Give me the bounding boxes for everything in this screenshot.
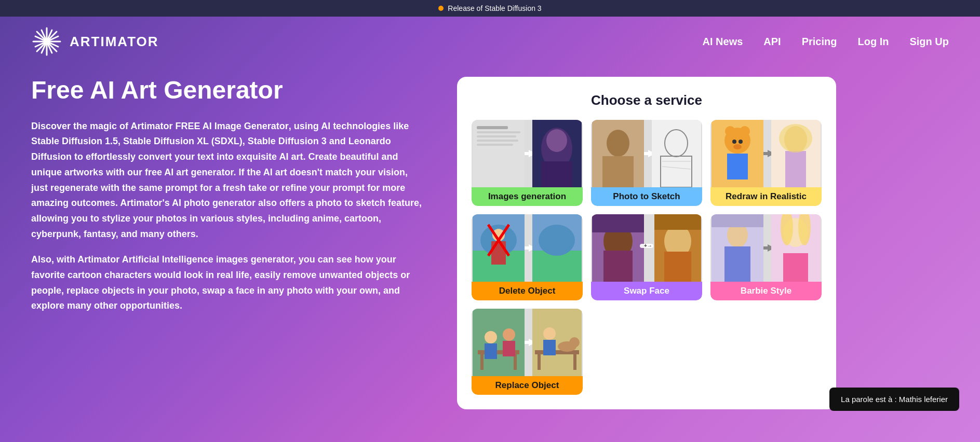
svg-rect-69 bbox=[724, 246, 750, 282]
nav-log-in[interactable]: Log In bbox=[857, 36, 889, 48]
svg-rect-81 bbox=[514, 354, 517, 370]
service-label-redraw-in-realistic: Redraw in Realistic bbox=[710, 187, 822, 206]
main-content: Free AI Art Generator Discover the magic… bbox=[0, 66, 980, 409]
service-label-delete-object: Delete Object bbox=[472, 282, 583, 300]
svg-rect-13 bbox=[477, 140, 518, 142]
svg-rect-14 bbox=[477, 144, 513, 146]
service-thumb-barbie bbox=[710, 214, 822, 282]
hero-description-2: Also, with Artimator Artificial Intellig… bbox=[31, 252, 426, 314]
service-label-swap-face: Swap Face bbox=[591, 282, 702, 300]
hero-description-1: Discover the magic of Artimator FREE AI … bbox=[31, 119, 426, 242]
svg-rect-80 bbox=[480, 354, 484, 370]
svg-rect-87 bbox=[525, 341, 530, 344]
service-thumb-swap: +→ bbox=[591, 214, 702, 282]
service-thumb-replace bbox=[472, 309, 583, 376]
service-card-replace-object[interactable]: Replace Object bbox=[472, 309, 583, 395]
svg-point-33 bbox=[725, 126, 735, 136]
svg-rect-9 bbox=[473, 120, 525, 187]
svg-rect-23 bbox=[602, 156, 634, 187]
svg-point-82 bbox=[485, 331, 497, 343]
svg-point-37 bbox=[733, 144, 742, 149]
svg-point-35 bbox=[732, 140, 736, 144]
left-panel: Free AI Art Generator Discover the magic… bbox=[31, 77, 426, 409]
svg-rect-72 bbox=[763, 246, 769, 250]
svg-rect-12 bbox=[477, 135, 516, 137]
logo-icon bbox=[31, 26, 62, 57]
svg-rect-66 bbox=[654, 214, 701, 230]
toast-notification: La parole est à : Mathis leferier bbox=[829, 388, 959, 411]
svg-rect-93 bbox=[543, 340, 556, 355]
service-thumb-redraw bbox=[710, 120, 822, 187]
svg-text:+→: +→ bbox=[644, 243, 652, 248]
svg-rect-83 bbox=[485, 343, 497, 359]
service-label-barbie-style: Barbie Style bbox=[710, 282, 822, 300]
nav-links: AI News API Pricing Log In Sign Up bbox=[703, 36, 949, 48]
service-thumb-delete bbox=[472, 214, 583, 282]
header: ARTIMATOR AI News API Pricing Log In Sig… bbox=[0, 17, 980, 66]
svg-point-8 bbox=[44, 39, 49, 44]
svg-rect-85 bbox=[503, 341, 515, 356]
service-card-redraw-in-realistic[interactable]: Redraw in Realistic bbox=[710, 120, 822, 206]
svg-rect-91 bbox=[573, 354, 576, 370]
svg-rect-49 bbox=[491, 241, 506, 265]
service-card-swap-face[interactable]: +→ Swap Face bbox=[591, 214, 702, 300]
svg-point-20 bbox=[546, 129, 567, 152]
hero-title: Free AI Art Generator bbox=[31, 77, 426, 104]
announcement-dot bbox=[438, 6, 444, 11]
nav-ai-news[interactable]: AI News bbox=[703, 36, 743, 48]
svg-rect-11 bbox=[477, 131, 520, 133]
svg-rect-10 bbox=[477, 126, 508, 129]
svg-point-36 bbox=[739, 140, 743, 144]
service-card-images-generation[interactable]: Images generation bbox=[472, 120, 583, 206]
nav-api[interactable]: API bbox=[763, 36, 781, 48]
svg-rect-90 bbox=[538, 354, 541, 370]
svg-rect-43 bbox=[785, 151, 806, 187]
service-card-delete-object[interactable]: Delete Object bbox=[472, 214, 583, 300]
svg-point-22 bbox=[607, 130, 629, 157]
service-label-replace-object: Replace Object bbox=[472, 376, 583, 395]
nav-sign-up[interactable]: Sign Up bbox=[909, 36, 949, 48]
svg-rect-19 bbox=[541, 161, 572, 187]
svg-point-96 bbox=[574, 339, 579, 343]
svg-rect-75 bbox=[783, 253, 808, 282]
svg-point-92 bbox=[543, 327, 556, 340]
svg-point-34 bbox=[740, 126, 750, 136]
service-chooser-panel: Choose a service bbox=[457, 77, 836, 409]
service-thumb-images-gen bbox=[472, 120, 583, 187]
service-label-photo-to-sketch: Photo to Sketch bbox=[591, 187, 702, 206]
announcement-text: Release of Stable Diffusion 3 bbox=[448, 4, 541, 12]
service-card-barbie-style[interactable]: Barbie Style bbox=[710, 214, 822, 300]
svg-rect-44 bbox=[779, 124, 812, 153]
toast-text: La parole est à : Mathis leferier bbox=[841, 395, 948, 404]
service-card-photo-to-sketch[interactable]: Photo to Sketch bbox=[591, 120, 702, 206]
svg-rect-53 bbox=[525, 246, 530, 250]
svg-rect-40 bbox=[763, 152, 769, 155]
svg-rect-65 bbox=[664, 252, 691, 282]
svg-point-84 bbox=[503, 328, 515, 341]
svg-rect-16 bbox=[525, 152, 530, 155]
announcement-bar: Release of Stable Diffusion 3 bbox=[0, 0, 980, 17]
svg-rect-60 bbox=[592, 214, 644, 232]
svg-rect-38 bbox=[727, 154, 748, 179]
service-label-images-generation: Images generation bbox=[472, 187, 583, 206]
services-grid: Images generation bbox=[472, 120, 822, 395]
svg-rect-25 bbox=[644, 152, 649, 155]
nav-pricing[interactable]: Pricing bbox=[802, 36, 837, 48]
logo-text: ARTIMATOR bbox=[70, 34, 159, 50]
logo-area: ARTIMATOR bbox=[31, 26, 159, 57]
svg-rect-59 bbox=[603, 251, 633, 282]
choose-service-title: Choose a service bbox=[472, 92, 822, 108]
service-thumb-photo-sketch bbox=[591, 120, 702, 187]
svg-rect-70 bbox=[711, 214, 763, 227]
svg-point-56 bbox=[539, 225, 575, 256]
